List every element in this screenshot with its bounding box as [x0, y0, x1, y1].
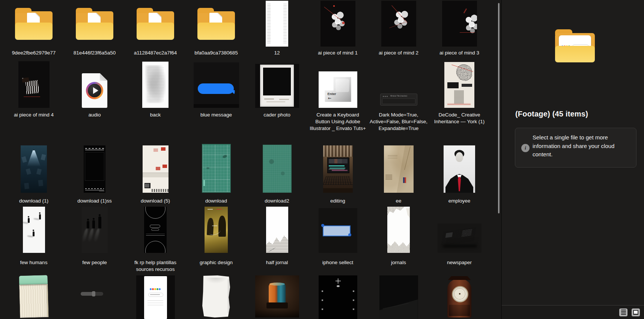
- file-item[interactable]: iphone sellect: [307, 207, 368, 273]
- select-thumbnail: [319, 208, 357, 253]
- file-item[interactable]: employee: [429, 145, 490, 204]
- laptop-thumbnail: [323, 145, 353, 193]
- folder-item[interactable]: 9dee2fbe62979e77: [3, 0, 64, 56]
- list-view-icon: [621, 310, 626, 315]
- file-name-label: download2: [265, 198, 289, 204]
- file-name-label: bfa0aa9ca7380685: [194, 50, 238, 56]
- file-item[interactable]: 12: [247, 0, 307, 56]
- file-name-label: ai piece of mind 4: [14, 112, 54, 118]
- file-name-label: a1128487ec2a7f64: [134, 50, 177, 56]
- file-name-label: ai piece of mind 2: [379, 50, 418, 56]
- file-name-label: ee: [396, 198, 401, 204]
- file-item[interactable]: download: [186, 145, 247, 204]
- file-name-label: half jornal: [266, 259, 288, 266]
- file-item[interactable]: [64, 275, 125, 319]
- info-box: i Select a single file to get more infor…: [515, 128, 636, 168]
- mind3-thumbnail: [442, 1, 477, 47]
- tornpaper-thumbnail: [202, 275, 230, 317]
- file-item[interactable]: [247, 275, 307, 319]
- file-name-label: download (1): [19, 198, 48, 204]
- file-item[interactable]: Window Title (inactive)Dark Mode=True, A…: [368, 57, 429, 132]
- folder-thumbnail: [197, 8, 236, 40]
- slider-thumbnail: [75, 275, 114, 319]
- file-name-label: 12: [274, 50, 280, 56]
- thumbnail-view-icon: [633, 310, 638, 315]
- file-item[interactable]: ai piece of mind 3: [429, 0, 490, 56]
- file-item[interactable]: cader photo: [247, 57, 307, 132]
- file-item[interactable]: jornals: [368, 207, 429, 273]
- file-name-label: few people: [82, 259, 107, 266]
- file-name-label: 81e446f23f6a5a50: [74, 50, 116, 56]
- halfj-thumbnail: [266, 207, 288, 253]
- file-item[interactable]: download2: [247, 145, 307, 204]
- folder-item[interactable]: a1128487ec2a7f64: [125, 0, 186, 56]
- enterkey-thumbnail: Enter←: [319, 71, 357, 108]
- tealtex-thumbnail: [263, 145, 292, 193]
- polaroid-thumbnail: [255, 64, 299, 108]
- file-item[interactable]: [429, 275, 490, 319]
- file-grid: 9dee2fbe62979e7781e446f23f6a5a50a1128487…: [0, 0, 501, 319]
- mind2-thumbnail: [381, 1, 416, 47]
- file-item[interactable]: ai piece of mind 1: [307, 0, 368, 56]
- file-item[interactable]: graphic design: [186, 207, 247, 273]
- circles-thumbnail: [144, 207, 167, 253]
- file-name-label: download (1)ss: [77, 198, 112, 204]
- file-name-label: download: [205, 198, 227, 204]
- file-item[interactable]: download (1)ss: [64, 145, 125, 204]
- file-item[interactable]: blue message: [186, 57, 247, 132]
- details-panel: (Footage) (45 items) i Select a single f…: [501, 0, 644, 319]
- folder-front: [555, 46, 595, 62]
- file-item[interactable]: [125, 275, 186, 319]
- lens-thumbnail: [255, 275, 299, 317]
- folder-thumbnail: [14, 8, 53, 40]
- file-name-label: blue message: [200, 112, 232, 118]
- lamp-thumbnail: [21, 145, 47, 193]
- pagetext-thumbnail: [266, 1, 288, 47]
- file-item[interactable]: [186, 275, 247, 319]
- journals-thumbnail: [387, 207, 410, 253]
- file-item[interactable]: few people: [64, 207, 125, 273]
- employee-thumbnail: [444, 145, 475, 193]
- clock-thumbnail: [445, 275, 474, 317]
- file-name-label: audio: [88, 112, 101, 118]
- file-item[interactable]: ai piece of mind 2: [368, 0, 429, 56]
- darkshape-thumbnail: [379, 275, 418, 319]
- folder-item[interactable]: 81e446f23f6a5a50: [64, 0, 125, 56]
- file-item[interactable]: [368, 275, 429, 319]
- collage-thumbnail: [143, 145, 169, 193]
- file-name-label: graphic design: [200, 259, 233, 266]
- anchors-thumbnail: [319, 275, 357, 319]
- file-item[interactable]: fk rp help plantillas sources recursos: [125, 207, 186, 273]
- thumbnail-view-button[interactable]: [632, 308, 640, 316]
- people-thumbnail: [82, 207, 108, 253]
- bluemsg-thumbnail: [194, 62, 239, 108]
- file-item[interactable]: newspaper: [429, 207, 490, 273]
- file-item[interactable]: download (5): [125, 145, 186, 204]
- file-item[interactable]: Enter←Create a Keyboard Button Using Ado…: [307, 57, 368, 132]
- scrollbar[interactable]: [498, 3, 500, 213]
- poster-thumbnail: [205, 207, 228, 253]
- file-item[interactable]: ee: [368, 145, 429, 204]
- file-name-label: iphone sellect: [322, 259, 354, 266]
- list-view-button[interactable]: [619, 308, 627, 316]
- eepaper-thumbnail: [384, 145, 414, 193]
- view-toggle-bar: [502, 305, 644, 319]
- file-item[interactable]: editing: [307, 145, 368, 204]
- file-name-label: DeCode_ Creative Inheritance — York (1): [430, 112, 489, 125]
- file-item[interactable]: back: [125, 57, 186, 132]
- file-item[interactable]: DeCode_ Creative Inheritance — York (1): [429, 57, 490, 132]
- file-item[interactable]: half jornal: [247, 207, 307, 273]
- file-item[interactable]: audio: [64, 57, 125, 132]
- file-item[interactable]: ai piece of mind 4: [3, 57, 64, 132]
- file-item[interactable]: [307, 275, 368, 319]
- notepad-thumbnail: [19, 275, 49, 318]
- file-item[interactable]: download (1): [3, 145, 64, 204]
- file-item[interactable]: [3, 275, 64, 319]
- file-name-label: 9dee2fbe62979e77: [12, 50, 56, 56]
- file-name-label: ai piece of mind 1: [318, 50, 358, 56]
- gpage-thumbnail: [136, 275, 175, 319]
- file-item[interactable]: few humans: [3, 207, 64, 273]
- audio-thumbnail: [82, 73, 107, 108]
- file-name-label: fk rp help plantillas sources recursos: [126, 259, 185, 273]
- folder-item[interactable]: bfa0aa9ca7380685: [186, 0, 247, 56]
